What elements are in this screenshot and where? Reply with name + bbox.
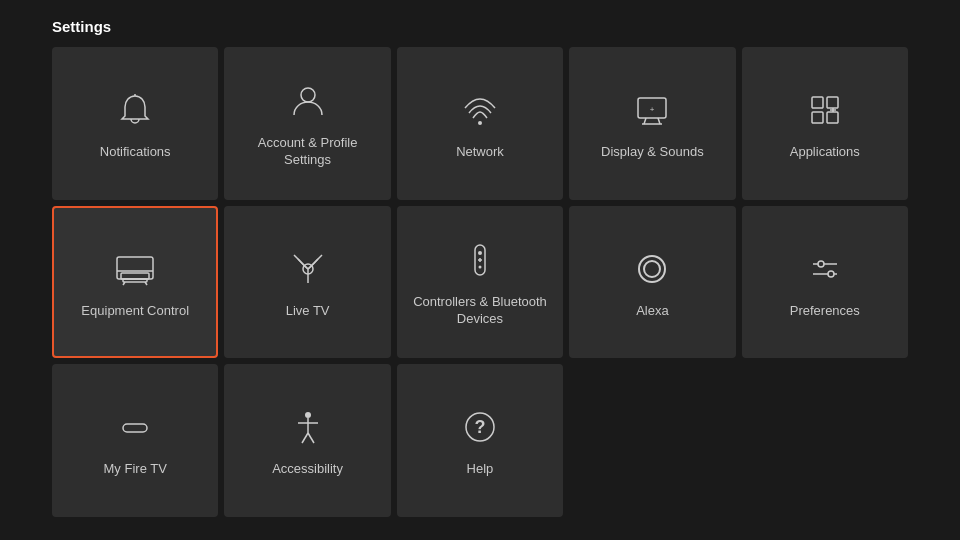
tile-label: Alexa — [636, 303, 669, 320]
tile-live-tv[interactable]: Live TV — [224, 206, 390, 359]
svg-text:+: + — [650, 105, 655, 114]
tile-label: Live TV — [286, 303, 330, 320]
page-title: Settings — [0, 0, 960, 47]
tv-icon — [111, 245, 159, 293]
svg-line-4 — [644, 118, 646, 124]
tile-label: Applications — [790, 144, 860, 161]
svg-point-23 — [478, 251, 482, 255]
svg-rect-33 — [123, 424, 147, 432]
sliders-icon — [801, 245, 849, 293]
svg-line-5 — [658, 118, 660, 124]
tile-label: Notifications — [100, 144, 171, 161]
svg-point-27 — [639, 256, 665, 282]
apps-icon — [801, 86, 849, 134]
tile-notifications[interactable]: Notifications — [52, 47, 218, 200]
svg-rect-8 — [812, 97, 823, 108]
svg-rect-9 — [827, 97, 838, 108]
tile-label: My Fire TV — [104, 461, 167, 478]
svg-line-38 — [308, 433, 314, 443]
svg-line-37 — [302, 433, 308, 443]
svg-point-1 — [301, 88, 315, 102]
svg-rect-19 — [121, 273, 149, 279]
tile-preferences[interactable]: Preferences — [742, 206, 908, 359]
help-icon: ? — [456, 403, 504, 451]
tile-my-fire-tv[interactable]: My Fire TV — [52, 364, 218, 517]
alexa-icon — [628, 245, 676, 293]
svg-text:?: ? — [474, 417, 485, 437]
svg-point-26 — [478, 266, 481, 269]
tile-label: Controllers & Bluetooth Devices — [407, 294, 553, 328]
tile-help[interactable]: ? Help — [397, 364, 563, 517]
tile-label: Equipment Control — [81, 303, 189, 320]
wifi-icon — [456, 86, 504, 134]
svg-rect-11 — [827, 112, 838, 123]
tile-label: Preferences — [790, 303, 860, 320]
tile-label: Display & Sounds — [601, 144, 704, 161]
tile-label: Accessibility — [272, 461, 343, 478]
antenna-icon — [284, 245, 332, 293]
tile-network[interactable]: Network — [397, 47, 563, 200]
display-icon: + — [628, 86, 676, 134]
svg-point-32 — [828, 271, 834, 277]
svg-rect-14 — [117, 257, 153, 279]
svg-point-28 — [644, 261, 660, 277]
svg-point-34 — [305, 412, 311, 418]
tile-label: Help — [467, 461, 494, 478]
tile-display-sounds[interactable]: + Display & Sounds — [569, 47, 735, 200]
tile-controllers-bluetooth[interactable]: Controllers & Bluetooth Devices — [397, 206, 563, 359]
tile-applications[interactable]: Applications — [742, 47, 908, 200]
tile-accessibility[interactable]: Accessibility — [224, 364, 390, 517]
svg-point-31 — [818, 261, 824, 267]
person-icon — [284, 77, 332, 125]
remote-icon — [456, 236, 504, 284]
settings-grid: Notifications Account & Profile Settings… — [0, 47, 960, 517]
svg-rect-10 — [812, 112, 823, 123]
bell-icon — [111, 86, 159, 134]
tile-account-profile[interactable]: Account & Profile Settings — [224, 47, 390, 200]
tile-alexa[interactable]: Alexa — [569, 206, 735, 359]
svg-point-2 — [478, 121, 482, 125]
tile-label: Account & Profile Settings — [234, 135, 380, 169]
accessibility-icon — [284, 403, 332, 451]
tile-label: Network — [456, 144, 504, 161]
firetv-icon — [111, 403, 159, 451]
tile-equipment-control[interactable]: Equipment Control — [52, 206, 218, 359]
